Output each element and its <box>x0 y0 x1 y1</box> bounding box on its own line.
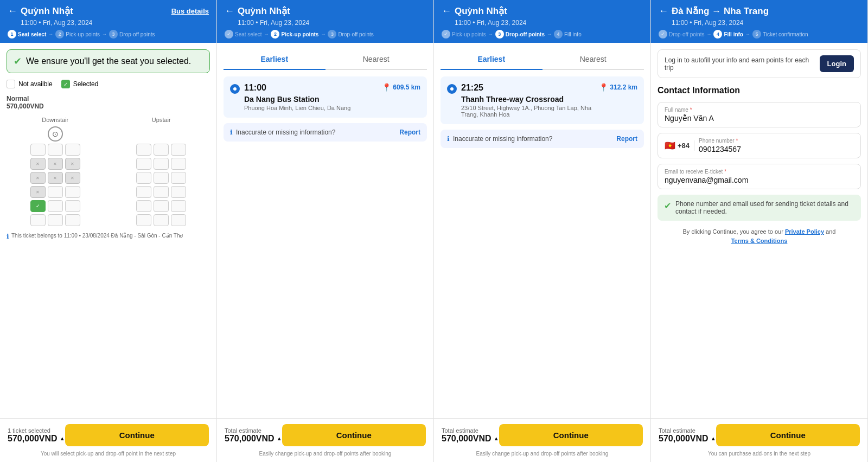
email-field[interactable]: Email to receive E-ticket * nguyenvana@g… <box>658 164 861 189</box>
email-value: nguyenvana@gmail.com <box>665 176 854 184</box>
seat-d11[interactable] <box>48 186 63 198</box>
seat-u2[interactable] <box>154 144 169 156</box>
selected-box: ✓ <box>61 80 70 88</box>
seat-u18[interactable] <box>171 214 186 226</box>
panel-dropoff: ← Quỳnh Nhật 11:00 • Fri, Aug 23, 2024 ✓… <box>434 0 651 462</box>
terms-conditions-link[interactable]: Terms & Conditions <box>731 238 788 244</box>
private-policy-link[interactable]: Private Policy <box>785 228 824 235</box>
phone-value: 0901234567 <box>699 145 854 153</box>
panel4-footer-price: 570,000VND ▲ <box>659 434 716 444</box>
step-p2-dropoff: 3 Drop-off points <box>328 30 373 39</box>
panel3-header: ← Quỳnh Nhật 11:00 • Fri, Aug 23, 2024 ✓… <box>434 0 650 43</box>
price-value: 570,000VND <box>7 102 44 110</box>
seat-u6[interactable] <box>171 158 186 170</box>
panel2-tabs: Earliest Nearest <box>224 49 427 70</box>
seat-d3[interactable] <box>65 144 80 156</box>
tab-earliest[interactable]: Earliest <box>224 49 326 70</box>
tab-nearest[interactable]: Nearest <box>326 49 427 70</box>
seat-u12[interactable] <box>171 186 186 198</box>
seat-u16[interactable] <box>136 214 151 226</box>
seat-d15[interactable] <box>30 214 46 226</box>
panel3-footer: Total estimate 570,000VND ▲ Continue Eas… <box>434 418 650 462</box>
dropoff-stop-card[interactable]: 21:25 Thanh Three-way Crossroad 23/10 St… <box>441 76 644 124</box>
seat-d14[interactable] <box>65 200 80 212</box>
seat-d6 <box>65 158 80 170</box>
step-p4-fillinfo: 4 Fill info <box>713 30 743 39</box>
login-button[interactable]: Login <box>820 55 854 72</box>
seat-u3[interactable] <box>171 144 186 156</box>
stop-radio[interactable] <box>230 84 240 94</box>
panel3-report-banner: ℹ Inaccurate or missing information? Rep… <box>441 130 644 148</box>
seat-d-selected[interactable] <box>30 200 46 212</box>
panel4-header: ← Đà Nẵng → Nha Trang 11:00 • Fri, Aug 2… <box>651 0 867 43</box>
seat-u4[interactable] <box>136 158 151 170</box>
seat-u8[interactable] <box>154 172 169 184</box>
panel2-back-arrow[interactable]: ← <box>225 5 234 17</box>
location-pin-icon: 📍 <box>382 83 391 92</box>
dropoff-pin-icon: 📍 <box>599 83 608 92</box>
dropoff-radio[interactable] <box>447 84 457 94</box>
panel4-back-arrow[interactable]: ← <box>659 5 668 17</box>
seat-u14[interactable] <box>154 200 169 212</box>
ticket-note-text: This ticket belongs to 11:00 • 23/08/202… <box>11 233 183 239</box>
panel2-footer-note: Easily change pick-up and drop-off point… <box>225 451 426 457</box>
pickup-stop-card[interactable]: 11:00 Da Nang Bus Station Phuong Hoa Min… <box>224 76 427 118</box>
report-info-icon: ℹ <box>230 129 233 136</box>
price-info: Normal 570,000VND <box>7 95 210 110</box>
panel4-continue-button[interactable]: Continue <box>716 424 860 446</box>
login-banner-text: Log in to autofill your info and earn po… <box>665 56 815 72</box>
dropoff-name: Thanh Three-way Crossroad <box>461 95 599 104</box>
seat-d2[interactable] <box>48 144 63 156</box>
legend-unavailable: Not availble <box>7 80 53 88</box>
panel1-continue-button[interactable]: Continue <box>65 424 209 446</box>
seat-d16[interactable] <box>48 214 63 226</box>
seat-d12[interactable] <box>65 186 80 198</box>
back-arrow-icon[interactable]: ← <box>8 5 17 17</box>
seat-d5 <box>48 158 63 170</box>
panel2-footer-label: Total estimate <box>225 427 282 434</box>
panel4-datetime: 11:00 • Fri, Aug 23, 2024 <box>672 19 860 27</box>
seat-u15[interactable] <box>171 200 186 212</box>
panel3-footer-price: 570,000VND ▲ <box>442 434 499 444</box>
panel3-back-arrow[interactable]: ← <box>442 5 451 17</box>
panel-pickup: ← Quỳnh Nhật 11:00 • Fri, Aug 23, 2024 ✓… <box>217 0 434 462</box>
tab3-nearest[interactable]: Nearest <box>542 49 644 70</box>
full-name-field[interactable]: Full name * Nguyễn Văn A <box>658 102 861 127</box>
step-p3-pickup: ✓ Pick-up points <box>442 30 486 39</box>
seat-u10[interactable] <box>136 186 151 198</box>
panel1-back: ← Quỳnh Nhật <box>8 5 73 17</box>
panel3-report-link[interactable]: Report <box>616 135 637 143</box>
seat-u1[interactable] <box>136 144 151 156</box>
seat-u7[interactable] <box>136 172 151 184</box>
contact-note: ✔ Phone number and email used for sendin… <box>658 195 861 221</box>
seat-u5[interactable] <box>154 158 169 170</box>
seat-u11[interactable] <box>154 186 169 198</box>
phone-field[interactable]: 🇻🇳 +84 Phone number * 0901234567 <box>658 133 861 158</box>
panel3-continue-button[interactable]: Continue <box>499 424 643 446</box>
seat-u17[interactable] <box>154 214 169 226</box>
bus-details-link[interactable]: Bus details <box>171 7 209 15</box>
price-type: Normal <box>7 95 29 102</box>
panel3-content: Earliest Nearest 21:25 Thanh Three-way C… <box>434 43 650 418</box>
panel2-content: Earliest Nearest 11:00 Da Nang Bus Stati… <box>217 43 433 418</box>
seat-u13[interactable] <box>136 200 151 212</box>
panel2-footer-price: 570,000VND ▲ <box>225 434 282 444</box>
login-banner: Log in to autofill your info and earn po… <box>658 49 861 78</box>
report-link[interactable]: Report <box>399 129 420 136</box>
panel2-continue-button[interactable]: Continue <box>282 424 426 446</box>
bus-layout: Downstair ⊙ <box>7 117 210 226</box>
unavailable-label: Not availble <box>18 80 53 88</box>
report-banner: ℹ Inaccurate or missing information? Rep… <box>224 123 427 142</box>
panel3-tabs: Earliest Nearest <box>441 49 644 70</box>
panel1-footer: 1 ticket selected 570,000VND ▲ Continue … <box>0 418 216 462</box>
seat-d17[interactable] <box>65 214 80 226</box>
ticket-note: ℹ This ticket belongs to 11:00 • 23/08/2… <box>7 233 210 240</box>
seat-d1[interactable] <box>30 144 46 156</box>
seat-d13[interactable] <box>48 200 63 212</box>
panel1-title: Quỳnh Nhật <box>21 5 73 17</box>
tab3-earliest[interactable]: Earliest <box>441 49 542 70</box>
seat-guarantee-banner: ✔ We ensure you'll get the seat you sele… <box>7 49 210 73</box>
seat-u9[interactable] <box>171 172 186 184</box>
contact-title: Contact Information <box>658 86 861 95</box>
seat-d8 <box>48 172 63 184</box>
